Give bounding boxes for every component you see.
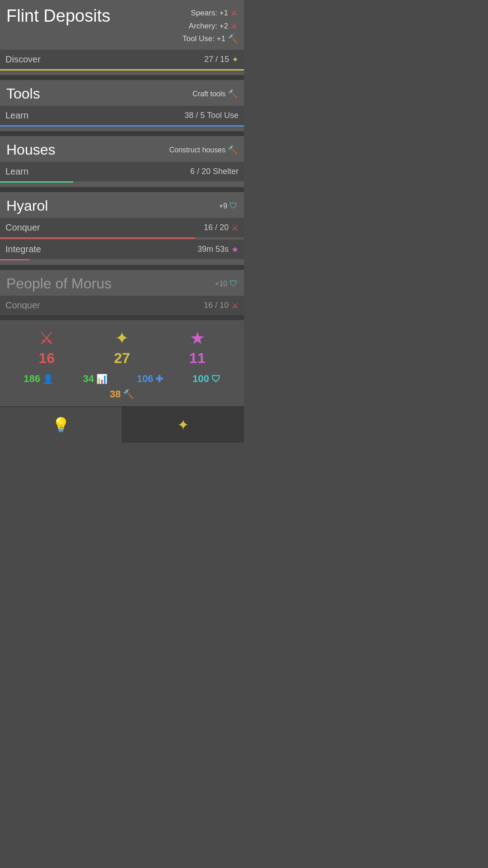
growth-chip: 34 📊	[83, 373, 108, 385]
hyarol-bonus: +9 🛡	[219, 201, 238, 211]
compass-count: 27	[114, 350, 130, 367]
spears-icon: ⚔	[230, 6, 238, 19]
star-status: ★ 11	[189, 328, 206, 367]
compass-large-icon: ✦	[115, 328, 129, 348]
people-conquer-button[interactable]: Conquer 16 / 10 ⚔	[0, 296, 244, 315]
tools-chip-icon: 🔨	[123, 389, 134, 400]
gap-2	[0, 132, 244, 136]
people-swords-icon: ⚔	[231, 301, 239, 311]
swords-status: ⚔ 16	[39, 328, 55, 367]
status-top-row: ⚔ 16 ✦ 27 ★ 11	[9, 328, 235, 367]
people-conquer-value: 16 / 10 ⚔	[204, 301, 239, 311]
health-chip: 106 ✚	[137, 373, 164, 385]
people-chip-icon: 👤	[42, 373, 54, 384]
tools-chip-value: 38	[110, 388, 121, 400]
tooluse-label: Tool Use: +1	[183, 33, 225, 45]
hyarol-conquer-progress-container	[0, 237, 244, 239]
construct-hammer-icon: 🔨	[228, 145, 238, 155]
star-large-icon: ★	[190, 328, 205, 348]
hyarol-section: Hyarol +9 🛡 Conquer 16 / 20 ⚔ Integrate …	[0, 192, 244, 265]
section-spacer	[6, 71, 238, 75]
archery-icon: ⚔	[230, 19, 238, 33]
page-title: Flint Deposits	[6, 6, 110, 26]
flint-bonuses: Spears: +1 ⚔ Archery: +2 ⚔ Tool Use: +1 …	[183, 6, 238, 45]
shield-chip: 100 🛡	[192, 373, 221, 385]
houses-learn-button[interactable]: Learn 6 / 20 Shelter	[0, 162, 244, 181]
archery-label: Archery: +2	[189, 20, 228, 32]
nav-bar: 💡 ✦	[0, 406, 244, 443]
people-chip-value: 186	[23, 373, 40, 385]
hyarol-conquer-label: Conquer	[5, 222, 40, 233]
status-bar: ⚔ 16 ✦ 27 ★ 11 186 👤 34 📊 106 ✚ 100 🛡	[0, 320, 244, 406]
section-spacer-tools	[6, 127, 238, 131]
tools-header: Tools Craft tools 🔨	[6, 85, 238, 102]
people-chip: 186 👤	[23, 373, 54, 385]
health-chip-icon: ✚	[155, 373, 163, 384]
construct-houses-button[interactable]: Construct houses 🔨	[169, 145, 238, 155]
battle-icon: ⚔	[231, 223, 239, 233]
flint-title-row: Flint Deposits Spears: +1 ⚔ Archery: +2 …	[6, 6, 238, 45]
houses-header: Houses Construct houses 🔨	[6, 142, 238, 158]
houses-learn-value: 6 / 20 Shelter	[190, 167, 239, 176]
nav-compass-icon: ✦	[177, 416, 189, 434]
tools-title: Tools	[6, 85, 40, 102]
tools-chip: 38 🔨	[110, 388, 134, 400]
hyarol-integrate-button[interactable]: Integrate 39m 53s ★	[0, 240, 244, 259]
people-shield-icon: 🛡	[230, 279, 238, 288]
discover-value: 27 / 15 ✦	[204, 55, 239, 65]
gap-3	[0, 188, 244, 192]
people-of-morus-section: People of Morus +10 🛡 Conquer 16 / 10 ⚔	[0, 270, 244, 315]
tooluse-bonus: Tool Use: +1 🔨	[183, 33, 238, 46]
hyarol-shield-icon: 🛡	[230, 201, 238, 211]
nav-ideas[interactable]: 💡	[0, 407, 122, 443]
archery-bonus: Archery: +2 ⚔	[183, 19, 238, 33]
discover-button[interactable]: Discover 27 / 15 ✦	[0, 50, 244, 69]
people-header: People of Morus +10 🛡	[6, 275, 238, 292]
hyarol-integrate-value: 39m 53s ★	[197, 245, 239, 255]
spears-bonus: Spears: +1 ⚔	[183, 6, 238, 19]
tools-chip-row: 38 🔨	[9, 388, 235, 400]
people-conquer-label: Conquer	[5, 300, 40, 311]
swords-count: 16	[39, 350, 55, 367]
discover-label: Discover	[5, 54, 41, 65]
flint-deposits-section: Flint Deposits Spears: +1 ⚔ Archery: +2 …	[0, 0, 244, 75]
tools-learn-value: 38 / 5 Tool Use	[184, 111, 239, 120]
gap-5	[0, 315, 244, 320]
growth-chip-value: 34	[83, 373, 94, 385]
star-icon: ★	[231, 245, 239, 255]
hyarol-conquer-button[interactable]: Conquer 16 / 20 ⚔	[0, 218, 244, 237]
tools-learn-button[interactable]: Learn 38 / 5 Tool Use	[0, 106, 244, 125]
craft-tools-button[interactable]: Craft tools 🔨	[192, 89, 238, 99]
hyarol-integrate-label: Integrate	[5, 244, 41, 255]
tools-learn-label: Learn	[5, 110, 28, 121]
shield-chip-icon: 🛡	[211, 374, 221, 384]
status-bottom-row: 186 👤 34 📊 106 ✚ 100 🛡	[9, 373, 235, 385]
houses-section: Houses Construct houses 🔨 Learn 6 / 20 S…	[0, 136, 244, 188]
star-count: 11	[189, 350, 206, 367]
spears-label: Spears: +1	[191, 7, 228, 19]
people-bonus: +10 🛡	[215, 279, 238, 288]
gap-1	[0, 75, 244, 80]
growth-chip-icon: 📊	[96, 373, 108, 384]
tools-section: Tools Craft tools 🔨 Learn 38 / 5 Tool Us…	[0, 80, 244, 132]
compass-status: ✦ 27	[114, 328, 130, 367]
health-chip-value: 106	[137, 373, 154, 385]
gap-4	[0, 265, 244, 270]
hammer-icon: 🔨	[228, 33, 238, 46]
swords-large-icon: ⚔	[39, 328, 54, 348]
compass-icon: ✦	[232, 55, 239, 65]
craft-hammer-icon: 🔨	[228, 89, 238, 99]
hyarol-header: Hyarol +9 🛡	[6, 198, 238, 214]
people-title: People of Morus	[6, 275, 112, 292]
houses-learn-label: Learn	[5, 166, 28, 177]
shield-chip-value: 100	[192, 373, 209, 385]
hyarol-conquer-value: 16 / 20 ⚔	[204, 223, 239, 233]
section-spacer-hyarol	[6, 260, 238, 265]
nav-compass[interactable]: ✦	[122, 407, 244, 443]
hyarol-conquer-progress-bar	[0, 237, 195, 239]
hyarol-title: Hyarol	[6, 198, 48, 214]
section-spacer-houses	[6, 183, 238, 187]
ideas-icon: 💡	[52, 416, 70, 434]
houses-title: Houses	[6, 142, 56, 158]
